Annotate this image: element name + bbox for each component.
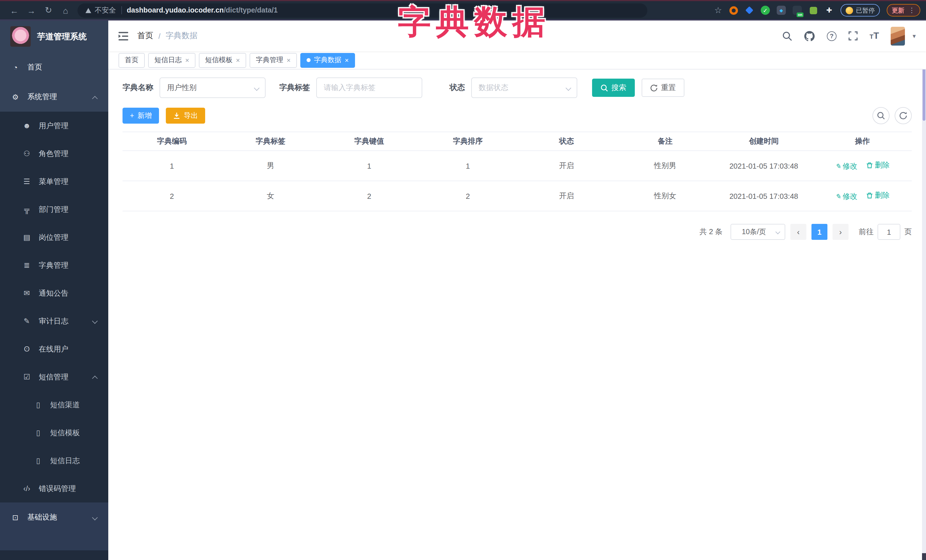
divider xyxy=(121,6,122,14)
caret-down-icon[interactable]: ▾ xyxy=(912,32,916,39)
toggle-search-button[interactable] xyxy=(872,107,890,124)
warning-icon xyxy=(85,8,91,13)
font-size-icon[interactable]: TT xyxy=(870,31,879,41)
page-1-button[interactable]: 1 xyxy=(811,224,828,240)
extensions-puzzle-icon[interactable]: ✚ xyxy=(825,6,834,15)
help-icon[interactable]: ? xyxy=(827,31,837,41)
forward-icon[interactable]: → xyxy=(23,5,40,15)
delete-link[interactable]: 删除 xyxy=(867,160,890,171)
edit-link[interactable]: ✎ 修改 xyxy=(835,192,857,202)
table-toolbar: + 新增 导出 xyxy=(123,107,912,124)
sidebar-item-infrastructure[interactable]: ⊡ 基础设施 xyxy=(0,503,108,532)
prev-page-button[interactable]: ‹ xyxy=(790,224,806,240)
goto-page-input[interactable]: 1 xyxy=(878,224,900,240)
app-logo xyxy=(10,26,31,47)
tab-home[interactable]: 首页 xyxy=(118,53,145,68)
edit-link[interactable]: ✎ 修改 xyxy=(835,161,857,172)
extension-green-icon[interactable] xyxy=(809,6,818,15)
paused-extension-pill[interactable]: 已暂停 xyxy=(841,4,880,17)
chevron-up-icon xyxy=(92,96,98,101)
screen: ← → ↻ ⌂ 不安全 dashboard.yudao.iocoder.cn /… xyxy=(0,0,926,560)
sidebar-item-dept-management[interactable]: ╦ 部门管理 xyxy=(0,195,108,223)
page-size-select[interactable]: 10条/页 xyxy=(731,224,785,240)
sidebar-item-sms-template[interactable]: ▯ 短信模板 xyxy=(0,419,108,447)
tab-sms-template[interactable]: 短信模板 × xyxy=(199,53,246,68)
kebab-menu-icon[interactable]: ⋮ xyxy=(908,6,915,14)
close-icon[interactable]: × xyxy=(236,57,240,63)
bookmark-star-icon[interactable]: ☆ xyxy=(714,5,722,15)
update-button[interactable]: 更新 ⋮ xyxy=(887,4,920,17)
search-button[interactable]: 搜索 xyxy=(592,78,635,97)
next-page-button[interactable]: › xyxy=(832,224,849,240)
page-unit-label: 页 xyxy=(904,227,912,237)
table-row: 1 男 1 1 开启 性别男 2021-01-05 17:03:48 ✎ 修改 xyxy=(123,151,912,181)
security-label[interactable]: 不安全 xyxy=(95,5,116,15)
refresh-icon xyxy=(899,112,907,120)
extension-ring-icon[interactable] xyxy=(729,6,738,15)
sidebar-item-audit-log[interactable]: ✎ 审计日志 xyxy=(0,307,108,335)
sidebar-item-sms-log[interactable]: ▯ 短信日志 xyxy=(0,447,108,474)
plus-icon: + xyxy=(130,112,134,120)
sidebar-top-section: 芋道管理系统 ◔ 首页 ⚙ 系统管理 xyxy=(0,21,108,112)
dict-book-icon: ≣ xyxy=(21,261,32,269)
close-icon[interactable]: × xyxy=(287,57,291,63)
post-icon: ▤ xyxy=(21,233,32,242)
role-icon: ⚇ xyxy=(21,149,32,158)
phone-icon: ▯ xyxy=(32,429,44,437)
tab-sms-log[interactable]: 短信日志 × xyxy=(148,53,195,68)
sidebar-item-sms-management[interactable]: ☑ 短信管理 xyxy=(0,363,108,391)
breadcrumb-home[interactable]: 首页 xyxy=(137,31,153,41)
sidebar-item-online-users[interactable]: ʘ 在线用户 xyxy=(0,335,108,363)
reset-button[interactable]: 重置 xyxy=(642,78,684,97)
status-select[interactable]: 数据状态 xyxy=(471,77,577,98)
home-icon[interactable]: ⌂ xyxy=(57,5,74,15)
sidebar-item-post-management[interactable]: ▤ 岗位管理 xyxy=(0,223,108,251)
avatar[interactable] xyxy=(891,27,905,45)
fullscreen-icon[interactable] xyxy=(849,31,858,41)
sidebar-item-notice[interactable]: ✉ 通知公告 xyxy=(0,279,108,307)
extension-check-icon[interactable]: ✓ xyxy=(761,6,770,15)
sidebar-item-menu-management[interactable]: ☰ 菜单管理 xyxy=(0,168,108,195)
app-logo-row[interactable]: 芋道管理系统 xyxy=(0,21,108,53)
goto-label: 前往 xyxy=(859,227,873,237)
notice-icon: ✉ xyxy=(21,289,32,297)
extension-proxy-icon[interactable]: on xyxy=(793,6,802,15)
extension-sliders-icon[interactable]: ◆ xyxy=(777,6,786,15)
status-text: 开启 xyxy=(517,181,616,211)
sidebar-item-system-management[interactable]: ⚙ 系统管理 xyxy=(0,82,108,112)
github-icon[interactable] xyxy=(804,30,815,41)
collapse-sidebar-icon[interactable] xyxy=(118,32,128,40)
sidebar-item-role-management[interactable]: ⚇ 角色管理 xyxy=(0,140,108,168)
tab-dict-management[interactable]: 字典管理 × xyxy=(250,53,297,68)
page-scrollbar[interactable] xyxy=(922,21,926,560)
reload-icon[interactable]: ↻ xyxy=(40,5,57,15)
dict-label-input[interactable]: 请输入字典标签 xyxy=(316,77,422,98)
page-content: 字典名称 用户性别 字典标签 请输入字典标签 状态 数据状态 xyxy=(108,69,926,240)
user-icon: ☻ xyxy=(21,121,32,130)
close-icon[interactable]: × xyxy=(345,57,349,63)
sidebar-infra-section: ⊡ 基础设施 xyxy=(0,503,108,550)
trash-icon xyxy=(867,162,873,169)
sidebar-item-sms-channel[interactable]: ▯ 短信渠道 xyxy=(0,391,108,419)
dict-name-select[interactable]: 用户性别 xyxy=(160,77,266,98)
export-button[interactable]: 导出 xyxy=(166,108,206,124)
extension-gem-icon[interactable] xyxy=(745,6,754,15)
url-host[interactable]: dashboard.yudao.iocoder.cn xyxy=(127,6,224,14)
sidebar-item-dict-management[interactable]: ≣ 字典管理 xyxy=(0,251,108,279)
sidebar-item-error-code[interactable]: ‹/› 错误码管理 xyxy=(0,474,108,503)
tab-dict-data[interactable]: 字典数据 × xyxy=(300,53,355,68)
active-dot-icon xyxy=(307,58,310,62)
sidebar-item-user-management[interactable]: ☻ 用户管理 xyxy=(0,112,108,140)
delete-link[interactable]: 删除 xyxy=(867,190,890,201)
table-row: 2 女 2 2 开启 性别女 2021-01-05 17:03:48 ✎ 修改 xyxy=(123,181,912,211)
sidebar-item-home[interactable]: ◔ 首页 xyxy=(0,53,108,82)
add-button[interactable]: + 新增 xyxy=(123,108,159,124)
refresh-table-button[interactable] xyxy=(895,107,912,124)
close-icon[interactable]: × xyxy=(185,57,189,63)
url-path[interactable]: /dict/type/data/1 xyxy=(224,6,277,14)
total-count: 共 2 条 xyxy=(699,227,723,237)
search-icon[interactable] xyxy=(782,31,792,41)
menu-icon: ☰ xyxy=(21,177,32,186)
back-icon[interactable]: ← xyxy=(6,5,23,15)
address-bar[interactable]: 不安全 dashboard.yudao.iocoder.cn /dict/typ… xyxy=(77,3,648,17)
